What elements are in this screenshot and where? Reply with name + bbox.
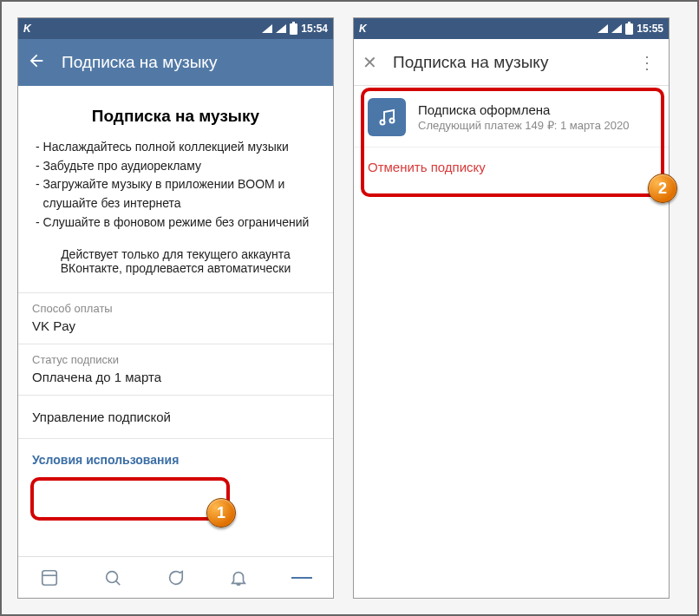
nav-menu-icon[interactable] [291,567,312,588]
more-icon[interactable]: ⋮ [638,52,660,73]
subscription-status-row: Статус подписки Оплачена до 1 марта [18,344,333,395]
wifi-icon [598,24,608,33]
nav-search-icon[interactable] [102,567,123,588]
statusbar-app: K [359,23,367,35]
subscription-status-value: Оплачена до 1 марта [32,370,319,384]
benefit-item: Слушайте в фоновом режиме без ограничени… [36,213,316,233]
header: ✕ Подписка на музыку ⋮ [354,39,669,86]
benefit-item: Загружайте музыку в приложении BOOM и сл… [36,175,316,213]
back-icon[interactable] [27,51,46,75]
content: Подписка на музыку Наслаждайтесь полной … [18,86,333,556]
manage-subscription-row[interactable]: Управление подпиской [18,395,333,438]
svg-point-3 [390,119,395,123]
statusbar-time: 15:54 [301,23,328,35]
benefit-item: Забудьте про аудиорекламу [36,157,316,176]
svg-point-2 [381,121,385,125]
battery-icon [290,23,297,35]
manage-subscription-label: Управление подпиской [32,410,319,424]
statusbar-app: K [23,23,31,35]
header: Подписка на музыку [18,39,333,86]
payment-method-label: Способ оплаты [32,302,319,315]
content: Подписка оформлена Следующий платеж 149 … [354,86,669,598]
step-badge-2: 2 [648,174,677,203]
terms-link[interactable]: Условия использования [18,438,333,481]
statusbar-time: 15:55 [637,23,663,35]
music-icon [368,98,406,136]
subscription-card-subtitle: Следующий платеж 149 ₽: 1 марта 2020 [418,119,629,132]
statusbar: K 15:55 [354,18,669,39]
nav-notifications-icon[interactable] [228,567,249,588]
wifi-icon [262,24,272,33]
benefits-list: Наслаждайтесь полной коллекцией музыки З… [18,138,333,239]
page-title: Подписка на музыку [18,86,333,138]
close-icon[interactable]: ✕ [363,52,377,73]
nav-messages-icon[interactable] [165,567,186,588]
bottom-nav [18,556,333,598]
battery-icon [625,23,633,35]
payment-method-row[interactable]: Способ оплаты VK Pay [18,292,333,344]
signal-icon [611,24,622,33]
subscription-card-title: Подписка оформлена [418,102,629,117]
subscription-card: Подписка оформлена Следующий платеж 149 … [354,86,669,147]
subscription-status-label: Статус подписки [32,353,319,366]
phone-left: K 15:54 Подписка на музыку Подписка на м… [17,17,334,599]
nav-news-icon[interactable] [39,567,60,588]
cancel-subscription-link[interactable]: Отменить подписку [354,147,669,187]
svg-rect-0 [42,570,57,585]
benefit-item: Наслаждайтесь полной коллекцией музыки [36,138,316,157]
header-title: Подписка на музыку [393,53,623,72]
header-title: Подписка на музыку [62,53,324,72]
svg-point-1 [107,571,118,582]
signal-icon [276,24,286,33]
statusbar: K 15:54 [18,18,333,39]
step-badge-1: 1 [206,498,236,528]
payment-method-value: VK Pay [32,318,319,333]
phone-right: K 15:55 ✕ Подписка на музыку ⋮ Подписка … [353,17,670,599]
account-note: Действует только для текущего аккаунта В… [18,239,333,292]
